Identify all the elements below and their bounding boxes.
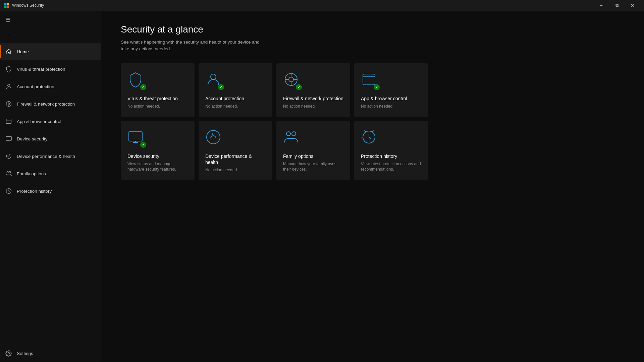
account-icon [5, 83, 12, 90]
sidebar-item-device-security-label: Device security [17, 136, 48, 141]
sidebar-item-device-performance-label: Device performance & health [17, 154, 75, 159]
svg-rect-22 [129, 132, 142, 141]
firewall-check-badge [296, 84, 302, 90]
svg-point-13 [211, 74, 216, 79]
sidebar-item-settings[interactable]: Settings [0, 345, 101, 362]
svg-rect-20 [363, 74, 375, 85]
minimize-button[interactable]: − [594, 0, 609, 11]
card-device-performance[interactable]: Device performance & health No action ne… [199, 121, 272, 180]
close-button[interactable]: ✕ [625, 0, 640, 11]
sidebar-item-family-label: Family options [17, 171, 46, 176]
sidebar-item-protection-history[interactable]: Protection history [0, 182, 101, 200]
card-app-browser-title: App & browser control [361, 96, 421, 102]
svg-rect-7 [6, 119, 11, 123]
svg-rect-8 [6, 136, 12, 140]
sidebar-item-home[interactable]: Home [0, 43, 101, 60]
svg-point-6 [8, 103, 10, 105]
browser-icon [5, 118, 12, 125]
svg-point-26 [292, 132, 296, 136]
card-protection-history[interactable]: Protection history View latest protectio… [354, 121, 428, 180]
svg-rect-3 [7, 6, 9, 8]
sidebar-item-account[interactable]: Account protection [0, 78, 101, 95]
back-icon: ← [5, 32, 11, 38]
card-protection-history-title: Protection history [361, 153, 421, 159]
card-family-icon-wrap [283, 129, 302, 148]
card-protection-history-icon-wrap [361, 129, 380, 148]
svg-point-12 [8, 353, 10, 354]
svg-rect-2 [4, 6, 7, 8]
card-device-security-icon-wrap [127, 129, 146, 148]
sidebar-item-account-label: Account protection [17, 84, 54, 89]
page-title: Security at a glance [121, 24, 624, 35]
card-virus[interactable]: Virus & threat protection No action need… [121, 63, 195, 117]
card-firewall-desc: No action needed. [283, 104, 343, 109]
virus-check-badge [140, 84, 146, 90]
app-body: ☰ ← Home Virus & threat protection Accou… [0, 11, 644, 362]
sidebar-item-firewall[interactable]: Firewall & network protection [0, 95, 101, 113]
window-controls: − ⧉ ✕ [594, 0, 640, 11]
svg-rect-1 [7, 3, 9, 5]
device-performance-icon [205, 129, 221, 145]
cards-grid: Virus & threat protection No action need… [121, 63, 624, 180]
card-firewall[interactable]: Firewall & network protection No action … [276, 63, 350, 117]
card-app-browser-desc: No action needed. [361, 104, 421, 109]
sidebar: ☰ ← Home Virus & threat protection Accou… [0, 11, 101, 362]
card-virus-desc: No action needed. [127, 104, 188, 109]
firewall-icon [5, 101, 12, 107]
card-family-desc: Manage how your family uses their device… [283, 161, 343, 173]
sidebar-item-virus[interactable]: Virus & threat protection [0, 60, 101, 78]
svg-point-25 [286, 132, 290, 136]
sidebar-item-app-browser[interactable]: App & browser control [0, 113, 101, 130]
history-icon [5, 188, 12, 194]
page-subtitle: See what's happening with the security a… [121, 39, 262, 53]
protection-history-icon [361, 129, 377, 145]
card-firewall-title: Firewall & network protection [283, 96, 343, 102]
card-family[interactable]: Family options Manage how your family us… [276, 121, 350, 180]
card-virus-icon-wrap [127, 71, 146, 90]
card-account-icon-wrap [205, 71, 224, 90]
card-app-browser[interactable]: App & browser control No action needed. [354, 63, 428, 117]
app-icon [4, 3, 9, 8]
device-security-check-badge [140, 142, 146, 148]
main-content: Security at a glance See what's happenin… [101, 11, 644, 362]
card-firewall-icon-wrap [283, 71, 302, 90]
restore-button[interactable]: ⧉ [609, 0, 625, 11]
sidebar-item-protection-history-label: Protection history [17, 189, 52, 194]
svg-rect-0 [4, 3, 7, 5]
family-icon [5, 170, 12, 177]
sidebar-item-device-security[interactable]: Device security [0, 130, 101, 147]
card-device-performance-desc: No action needed. [205, 167, 266, 173]
sidebar-item-device-performance[interactable]: Device performance & health [0, 147, 101, 165]
sidebar-top: ☰ [0, 12, 101, 28]
back-button[interactable]: ← [0, 28, 101, 42]
card-device-security-desc: View status and manage hardware security… [127, 161, 188, 173]
card-account[interactable]: Account protection No action needed. [199, 63, 272, 117]
sidebar-item-family[interactable]: Family options [0, 165, 101, 182]
sidebar-item-home-label: Home [17, 49, 29, 54]
card-device-performance-icon-wrap [205, 129, 224, 148]
performance-icon [5, 153, 12, 160]
sidebar-item-app-browser-label: App & browser control [17, 119, 61, 124]
card-family-title: Family options [283, 153, 343, 159]
hamburger-icon[interactable]: ☰ [5, 16, 11, 24]
sidebar-item-firewall-label: Firewall & network protection [17, 102, 75, 107]
home-icon [5, 48, 12, 55]
card-device-security-title: Device security [127, 153, 188, 159]
card-device-performance-title: Device performance & health [205, 153, 266, 165]
title-bar: Windows Security − ⧉ ✕ [0, 0, 644, 11]
app-browser-check-badge [374, 84, 380, 90]
shield-icon [5, 66, 12, 72]
card-account-desc: No action needed. [205, 104, 266, 109]
sidebar-item-settings-label: Settings [17, 351, 33, 356]
card-protection-history-desc: View latest protection actions and recom… [361, 161, 421, 173]
window-title: Windows Security [12, 3, 44, 8]
svg-point-15 [289, 77, 293, 82]
card-virus-title: Virus & threat protection [127, 96, 188, 102]
settings-icon [5, 350, 12, 357]
account-check-badge [218, 84, 224, 90]
sidebar-item-virus-label: Virus & threat protection [17, 67, 65, 72]
svg-point-9 [7, 171, 8, 173]
svg-point-10 [9, 171, 11, 173]
card-device-security[interactable]: Device security View status and manage h… [121, 121, 195, 180]
card-app-browser-icon-wrap [361, 71, 380, 90]
